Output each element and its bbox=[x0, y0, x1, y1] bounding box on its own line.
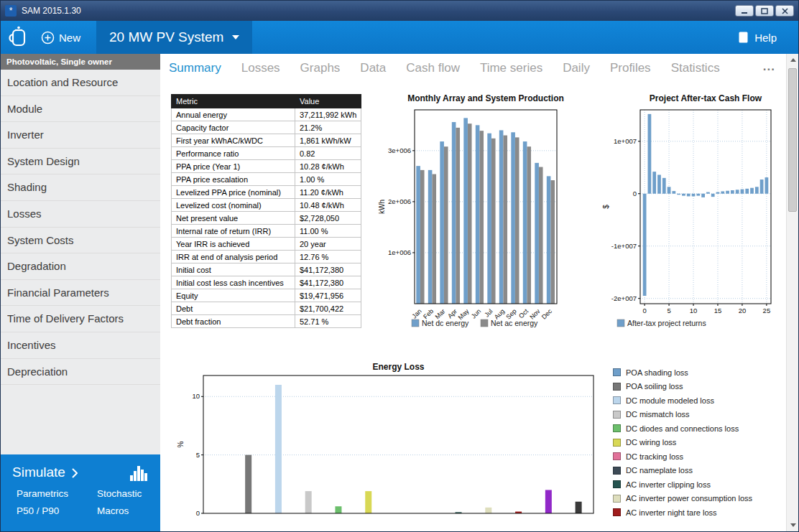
legend-label: DC wiring loss bbox=[626, 438, 676, 447]
simulate-label: Simulate bbox=[12, 465, 65, 480]
app-window: * SAM 2015.1.30 N bbox=[0, 0, 799, 532]
arrow-up-icon bbox=[790, 58, 796, 62]
simulate-button[interactable]: Simulate bbox=[1, 454, 160, 482]
metric-name: Net present value bbox=[172, 212, 295, 225]
svg-text:2e+006: 2e+006 bbox=[388, 197, 411, 205]
tab-summary[interactable]: Summary bbox=[169, 61, 221, 81]
svg-text:25: 25 bbox=[763, 307, 771, 314]
metric-value: 11.00 % bbox=[295, 225, 361, 238]
monthly-production-chart: 1e+0062e+0063e+006JanFebMarAprMayJunJulA… bbox=[374, 91, 565, 339]
legend-swatch bbox=[613, 452, 621, 460]
sidebar-item-location-and-resource[interactable]: Location and Resource bbox=[1, 70, 160, 96]
new-project-button[interactable]: New bbox=[41, 31, 80, 45]
metric-row: Initial cost less cash incentives$41,172… bbox=[172, 276, 361, 289]
scrollbar-thumb[interactable] bbox=[788, 68, 797, 212]
sidebar-item-financial-parameters[interactable]: Financial Parameters bbox=[1, 280, 160, 307]
legend-swatch bbox=[613, 368, 621, 376]
legend-item-dc-nameplate-loss: DC nameplate loss bbox=[613, 464, 752, 478]
metric-value: $2,728,050 bbox=[295, 212, 361, 225]
sidebar-item-module[interactable]: Module bbox=[1, 96, 160, 123]
legend-item-dc-wiring-loss: DC wiring loss bbox=[613, 436, 752, 450]
parametrics-button[interactable]: Parametrics bbox=[17, 488, 97, 499]
sidebar-item-shading[interactable]: Shading bbox=[1, 174, 160, 201]
sidebar-item-depreciation[interactable]: Depreciation bbox=[1, 359, 160, 386]
legend-item-dc-module-modeled-loss: DC module modeled loss bbox=[613, 393, 752, 408]
metric-value: $41,172,380 bbox=[295, 276, 361, 289]
legend-swatch bbox=[613, 467, 621, 475]
legend-swatch bbox=[613, 411, 621, 419]
metric-row: First year kWhAC/kWDC1,861 kWh/kW bbox=[172, 134, 361, 147]
close-button[interactable] bbox=[775, 5, 794, 17]
legend-swatch bbox=[613, 495, 621, 503]
metric-value: 1.00 % bbox=[295, 173, 361, 186]
legend-swatch bbox=[613, 508, 621, 516]
tab-cash-flow[interactable]: Cash flow bbox=[406, 61, 460, 81]
metric-value: $21,700,422 bbox=[295, 302, 361, 315]
titlebar: * SAM 2015.1.30 bbox=[1, 1, 798, 21]
metric-name: First year kWhAC/kWDC bbox=[172, 134, 295, 147]
scroll-up-button[interactable] bbox=[787, 54, 799, 66]
sidebar-item-system-design[interactable]: System Design bbox=[1, 149, 160, 175]
tab-graphs[interactable]: Graphs bbox=[300, 61, 341, 81]
project-selector[interactable]: 20 MW PV System bbox=[96, 21, 252, 54]
legend-item-dc-mismatch-loss: DC mismatch loss bbox=[613, 408, 752, 422]
legend-item-poa-soiling-loss: POA soiling loss bbox=[613, 380, 752, 394]
svg-text:Apr: Apr bbox=[446, 307, 458, 319]
legend-swatch bbox=[613, 396, 621, 404]
minimize-button[interactable] bbox=[735, 5, 754, 17]
metric-name: Levelized cost (nominal) bbox=[172, 199, 295, 212]
maximize-button[interactable] bbox=[755, 5, 774, 17]
plus-circle-icon bbox=[41, 31, 55, 45]
sam-logo-icon bbox=[6, 24, 31, 50]
metric-name: PPA price escalation bbox=[172, 173, 295, 186]
metric-name: PPA price (Year 1) bbox=[172, 160, 295, 173]
svg-text:1e+006: 1e+006 bbox=[388, 248, 411, 256]
macros-button[interactable]: Macros bbox=[97, 505, 160, 516]
tab-losses[interactable]: Losses bbox=[241, 61, 280, 81]
tab-profiles[interactable]: Profiles bbox=[610, 61, 651, 81]
app-icon: * bbox=[5, 5, 17, 17]
more-tabs-button[interactable]: ... bbox=[763, 60, 775, 74]
sidebar-item-inverter[interactable]: Inverter bbox=[1, 122, 160, 149]
cashflow-chart: -2e+007-1e+00701e+0070510152025Project A… bbox=[597, 91, 781, 339]
help-label: Help bbox=[754, 32, 777, 44]
metric-name: Debt bbox=[172, 302, 295, 315]
svg-text:Net dc energy: Net dc energy bbox=[422, 319, 469, 327]
metrics-header-value: Value bbox=[295, 95, 361, 108]
scroll-down-button[interactable] bbox=[787, 519, 799, 531]
p50-p90-button[interactable]: P50 / P90 bbox=[17, 505, 97, 516]
help-button[interactable]: Help bbox=[739, 32, 777, 44]
tab-time-series[interactable]: Time series bbox=[480, 61, 542, 81]
sidebar-item-losses[interactable]: Losses bbox=[1, 201, 160, 228]
svg-text:Dec: Dec bbox=[540, 307, 554, 321]
legend-label: POA shading loss bbox=[626, 368, 688, 377]
svg-text:-1e+007: -1e+007 bbox=[611, 242, 637, 250]
svg-text:$: $ bbox=[602, 205, 610, 209]
simulate-panel: Simulate ParametricsStochasticP50 / P90M… bbox=[1, 454, 160, 531]
metric-name: Levelized PPA price (nominal) bbox=[172, 186, 295, 199]
sidebar-item-system-costs[interactable]: System Costs bbox=[1, 228, 160, 254]
metric-value: 10.28 ¢/kWh bbox=[295, 160, 361, 173]
metric-row: Annual energy37,211,992 kWh bbox=[172, 108, 361, 121]
metric-name: Initial cost less cash incentives bbox=[172, 276, 295, 289]
chevron-down-icon bbox=[232, 35, 239, 39]
window-title: SAM 2015.1.30 bbox=[22, 6, 81, 16]
tab-data[interactable]: Data bbox=[360, 61, 386, 81]
legend-label: DC nameplate loss bbox=[626, 466, 693, 475]
svg-text:%: % bbox=[177, 441, 185, 447]
svg-text:20: 20 bbox=[739, 307, 747, 314]
svg-text:0: 0 bbox=[642, 307, 646, 314]
sidebar-item-degradation[interactable]: Degradation bbox=[1, 253, 160, 280]
stochastic-button[interactable]: Stochastic bbox=[97, 488, 160, 499]
sidebar-item-incentives[interactable]: Incentives bbox=[1, 332, 160, 359]
sidebar-item-time-of-delivery-factors[interactable]: Time of Delivery Factors bbox=[1, 306, 160, 332]
legend-swatch bbox=[613, 439, 621, 447]
metric-row: Equity$19,471,956 bbox=[172, 289, 361, 302]
tab-daily[interactable]: Daily bbox=[563, 61, 590, 81]
metric-value: $41,172,380 bbox=[295, 263, 361, 276]
metric-value: $19,471,956 bbox=[295, 289, 361, 302]
metric-row: Year IRR is achieved20 year bbox=[172, 238, 361, 251]
metric-value: 52.71 % bbox=[295, 315, 361, 328]
tab-statistics[interactable]: Statistics bbox=[671, 61, 720, 81]
metric-value: 20 year bbox=[295, 238, 361, 251]
